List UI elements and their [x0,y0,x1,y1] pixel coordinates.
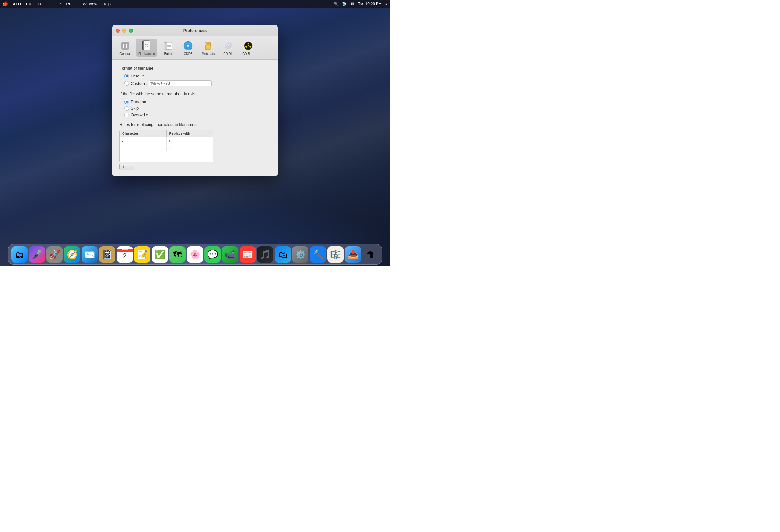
tab-general[interactable]: General [116,39,135,57]
maximize-button[interactable] [129,29,133,33]
apple-menu[interactable]: 🍎 [2,1,8,6]
dock-item-xcode[interactable]: 🔨 [310,246,326,263]
toolbar: General ABC .flac File Naming [112,36,278,59]
dock-item-notes[interactable]: 📝 [134,246,150,263]
table-body: / / : : [120,137,213,162]
minimize-button[interactable] [122,29,126,33]
menu-profile[interactable]: Profile [66,2,78,6]
dock-item-news[interactable]: 📰 [240,246,256,263]
menu-edit[interactable]: Edit [38,2,45,6]
dock-item-sheet-music[interactable]: 🎼 [327,246,344,263]
format-label: Format of filename : [119,66,271,70]
general-icon [119,40,131,51]
tab-cd-burn-label: CD Burn [242,52,254,55]
svg-point-17 [187,45,189,47]
svg-point-19 [207,44,209,45]
svg-point-23 [228,45,229,46]
menubar: 🍎 XLD File Edit CDDB Profile Window Help… [0,0,390,7]
cast-icon[interactable]: 📡 [342,2,347,6]
table-row[interactable]: / / [120,137,213,144]
format-default-row[interactable]: Default [125,73,271,78]
svg-rect-1 [123,44,125,48]
tab-cddb[interactable]: CDDB [179,39,197,57]
dock-item-sysprefs[interactable]: ⚙️ [292,246,308,263]
dock-item-downloads[interactable]: 📥 [345,246,361,263]
column-replace-with: Replace with [167,130,213,137]
cd-rip-icon [223,40,234,51]
preferences-content: Format of filename : Default Custom : If… [112,59,278,176]
format-options: Default Custom : [125,73,271,87]
skip-row[interactable]: Skip [125,106,271,111]
dock-item-appstore[interactable]: 🛍 [275,246,291,263]
tab-cd-burn[interactable]: CD Burn [239,39,258,57]
rename-label: Rename [131,99,146,104]
skip-label: Skip [131,106,139,111]
clock: Tue 10:06 PM [358,2,382,6]
search-icon[interactable]: 🔍 [334,2,338,6]
dock-item-launchpad[interactable]: 🚀 [46,246,63,263]
format-custom-row[interactable]: Custom : [125,80,271,87]
menu-extras-icon[interactable]: ≡ [385,2,388,6]
table-action-buttons: + − [119,164,271,170]
window-title: Preferences [183,28,207,33]
svg-text:ABC: ABC [145,43,148,45]
desktop: 🍎 XLD File Edit CDDB Profile Window Help… [0,0,390,266]
menu-window[interactable]: Window [83,2,97,6]
display-icon[interactable]: 🖥 [350,2,354,6]
tab-cd-rip-label: CD Rip [223,52,233,55]
character-table: Character Replace with / / : : [119,130,213,162]
rules-label: Rules for replacing characters in filena… [119,122,271,127]
format-default-radio[interactable] [125,74,129,78]
menu-file[interactable]: File [26,2,33,6]
menu-app-name[interactable]: XLD [13,2,21,6]
svg-rect-5 [144,41,150,50]
preferences-window: Preferences General [112,25,278,176]
overwrite-radio[interactable] [125,113,129,117]
format-custom-input[interactable] [149,80,212,87]
svg-rect-2 [126,44,127,48]
dock-item-safari[interactable]: 🧭 [64,246,80,263]
svg-rect-18 [206,43,210,50]
dock-item-finder[interactable]: 🗂 [11,246,28,263]
add-row-button[interactable]: + [119,164,127,170]
dock-item-trash[interactable]: 🗑 [362,246,379,263]
dock-item-mail[interactable]: ✉️ [82,246,98,263]
tab-cd-rip[interactable]: CD Rip [219,39,238,57]
dock-item-maps[interactable]: 🗺 [169,246,186,263]
char-cell-2: : [120,144,167,151]
column-character: Character [120,130,167,137]
dock-item-photos[interactable]: 🌸 [187,246,203,263]
replace-cell-1: / [167,137,213,144]
dock-item-reminders[interactable]: ✅ [152,246,168,263]
menu-cddb[interactable]: CDDB [50,2,61,6]
metadata-icon [202,40,214,51]
same-name-label: If the file with the same name already e… [119,92,271,96]
tab-batch[interactable]: Batch [159,39,178,57]
table-row[interactable]: : : [120,144,213,151]
overwrite-label: Overwrite [131,112,148,117]
menu-help[interactable]: Help [102,2,111,6]
tab-file-naming-label: File Naming [138,52,155,55]
svg-rect-10 [166,42,172,49]
cddb-icon [183,40,194,51]
rename-row[interactable]: Rename [125,99,271,104]
char-cell-1: / [120,137,167,144]
dock-item-facetime[interactable]: 📹 [222,246,238,263]
format-custom-radio[interactable] [125,81,129,86]
remove-row-button[interactable]: − [127,164,135,170]
dock-item-noteship[interactable]: 📓 [99,246,115,263]
dock-item-messages[interactable]: 💬 [204,246,221,263]
close-button[interactable] [116,29,120,33]
window-titlebar: Preferences [112,25,278,36]
file-naming-icon: ABC .flac [141,40,152,51]
dock-item-calendar[interactable]: OCT 2 [116,246,133,263]
svg-rect-0 [121,42,129,50]
tab-metadata[interactable]: Metadata [199,39,217,57]
tab-file-naming[interactable]: ABC .flac File Naming [136,39,157,57]
skip-radio[interactable] [125,106,129,111]
tab-batch-label: Batch [164,52,173,55]
dock-item-siri[interactable]: 🎤 [29,246,45,263]
overwrite-row[interactable]: Overwrite [125,112,271,117]
dock-item-music[interactable]: 🎵 [257,246,274,263]
rename-radio[interactable] [125,100,129,104]
